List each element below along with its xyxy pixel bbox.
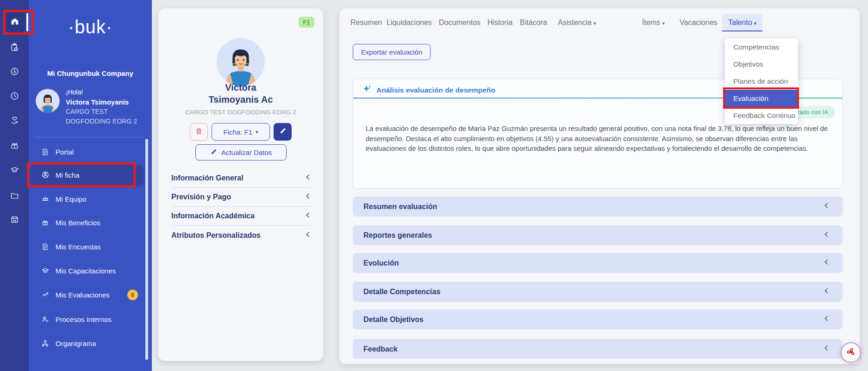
- menu-item-objetivos[interactable]: Objetivos: [725, 56, 798, 73]
- section-prevision-y-pago[interactable]: Previsión y Pago: [171, 188, 310, 207]
- sidebar-item-mis-evaluaciones[interactable]: Mis Evaluaciones 6: [31, 284, 144, 305]
- clock-icon: [10, 91, 19, 101]
- sidebar-item-label: Mi ficha: [56, 171, 80, 179]
- analysis-body-text: La evaluación de desempeño de María Paz …: [366, 124, 831, 154]
- section-informacion-academica[interactable]: Información Académica: [171, 207, 310, 226]
- sidebar-item-label: Organigrama: [56, 340, 96, 347]
- files-rail-button[interactable]: [0, 189, 29, 201]
- sidebar-item-mi-equipo[interactable]: Mi Equipo: [31, 189, 144, 209]
- sidebar-item-mis-beneficios[interactable]: Mis Beneficios: [31, 212, 144, 233]
- section-label: Previsión y Pago: [171, 193, 231, 201]
- gift-icon: [41, 218, 50, 227]
- main-panel: Resumen Liquidaciones Documentos Histori…: [339, 8, 860, 364]
- team-icon: [41, 195, 50, 204]
- employee-last-name: Tsimoyanis Ac: [158, 93, 323, 105]
- employee-position: CARGO TEST DOGFOODING EORG 2: [158, 109, 323, 116]
- accordion-label: Resumen evaluación: [363, 203, 437, 211]
- payroll-rail-button[interactable]: $: [0, 65, 29, 77]
- time-rail-button[interactable]: [0, 90, 29, 102]
- user-block: ¡Hola! Victora Tsimoyanis CARGO TEST DOG…: [66, 87, 148, 126]
- tab-items[interactable]: Ítems▾: [642, 15, 665, 31]
- chevron-left-icon: [824, 315, 829, 324]
- accordion-detalle-objetivos[interactable]: Detalle Objetivos: [353, 309, 843, 329]
- tab-resumen[interactable]: Resumen: [350, 15, 382, 31]
- section-label: Información General: [171, 174, 244, 182]
- export-evaluation-button[interactable]: Exportar evaluación: [353, 44, 431, 60]
- svg-text:$: $: [13, 69, 16, 74]
- trend-up-icon: [41, 291, 50, 299]
- chevron-left-icon: [824, 259, 829, 267]
- accordion-label: Reportes generales: [363, 231, 432, 240]
- home-nav-button[interactable]: [5, 12, 25, 32]
- tab-vacaciones[interactable]: Vacaciones: [680, 15, 718, 31]
- accordion-reportes-generales[interactable]: Reportes generales: [353, 225, 843, 245]
- delete-button[interactable]: [190, 123, 208, 141]
- tab-documentos[interactable]: Documentos: [439, 15, 481, 31]
- tab-talento[interactable]: Talento▾: [722, 14, 762, 31]
- sidebar: ·buk· Mi Chungunbuk Company ¡Hola! Victo…: [29, 0, 152, 371]
- chevron-left-icon: [824, 287, 829, 296]
- profile-card: F1 Victora Tsimoyanis Ac CARGO TEST DOGF…: [158, 8, 323, 361]
- sidebar-item-procesos-internos[interactable]: Procesos Internos: [31, 309, 144, 329]
- tab-historia[interactable]: Historia: [487, 15, 512, 31]
- accordion-detalle-competencias[interactable]: Detalle Competencias: [353, 282, 843, 302]
- graduation-cap-icon: [10, 165, 19, 175]
- perks-rail-button[interactable]: [0, 139, 29, 151]
- update-data-button[interactable]: Actualizar Datos: [195, 144, 287, 161]
- schedule-rail-button[interactable]: [0, 41, 29, 53]
- section-informacion-general[interactable]: Información General: [171, 169, 310, 188]
- sidebar-item-mis-capacitaciones[interactable]: Mis Capacitaciones: [31, 260, 144, 281]
- accordion-resumen-evaluacion[interactable]: Resumen evaluación: [353, 197, 843, 216]
- accordion-label: Evolución: [363, 259, 399, 267]
- pdf-export-floating-button[interactable]: [841, 342, 861, 363]
- training-rail-button[interactable]: [0, 164, 29, 176]
- sidebar-item-mi-ficha[interactable]: Mi ficha: [31, 165, 144, 185]
- graduation-cap-icon: [41, 266, 50, 275]
- accordion-label: Detalle Objetivos: [363, 315, 424, 324]
- sidebar-item-label: Mis Encuestas: [56, 243, 101, 251]
- analysis-title: Análisis evaluación de desempeño: [376, 86, 495, 94]
- tab-asistencia[interactable]: Asistencia▾: [558, 15, 596, 31]
- benefits-rail-button[interactable]: [0, 114, 29, 126]
- menu-item-evaluacion[interactable]: Evaluación: [725, 90, 798, 107]
- sidebar-item-portal[interactable]: Portal: [31, 142, 144, 162]
- dollar-circle-icon: $: [10, 67, 19, 76]
- tab-bitacora[interactable]: Bitácora: [520, 15, 547, 31]
- sidebar-item-organigrama[interactable]: Organigrama: [31, 333, 144, 353]
- accordion-evolucion[interactable]: Evolución: [353, 253, 843, 273]
- user-role: CARGO TEST DOGFOODING EORG 2: [66, 107, 145, 126]
- section-label: Información Académica: [171, 212, 255, 220]
- buk-logo: ·buk·: [29, 17, 152, 37]
- chevron-left-icon: [305, 193, 310, 201]
- section-atributos-personalizados[interactable]: Atributos Personalizados: [171, 226, 310, 245]
- trash-icon: [195, 127, 203, 137]
- sidebar-scrollbar[interactable]: [145, 139, 148, 360]
- sidebar-item-label: Mis Beneficios: [56, 219, 100, 227]
- menu-divider: [34, 137, 144, 137]
- clipboard-clock-icon: [10, 43, 19, 52]
- export-evaluation-label: Exportar evaluación: [361, 48, 423, 56]
- sidebar-item-mis-encuestas[interactable]: Mis Encuestas: [31, 236, 144, 257]
- ficha-selector-label: Ficha: F1: [223, 128, 252, 136]
- chevron-down-icon: ▾: [662, 20, 665, 26]
- accordion-label: Detalle Competencias: [363, 288, 440, 296]
- gift-icon: [10, 141, 19, 150]
- chevron-down-icon: ▾: [256, 129, 258, 135]
- pencil-icon: [210, 148, 217, 157]
- document-icon: [41, 148, 50, 156]
- tab-liquidaciones[interactable]: Liquidaciones: [387, 15, 432, 31]
- edit-button[interactable]: [274, 123, 292, 141]
- marketplace-rail-button[interactable]: [0, 213, 29, 225]
- menu-item-feedback-continuo[interactable]: Feedback Continuo: [725, 107, 798, 124]
- accordion-feedback[interactable]: Feedback: [353, 339, 843, 359]
- ficha-selector[interactable]: Ficha: F1 ▾: [212, 123, 270, 141]
- accordion-label: Feedback: [363, 345, 398, 353]
- sidebar-item-label: Procesos Internos: [56, 315, 112, 323]
- sidebar-item-label: Mi Equipo: [56, 195, 87, 203]
- org-chart-icon: [41, 339, 50, 348]
- chevron-left-icon: [305, 212, 310, 220]
- icon-rail: $: [0, 0, 29, 371]
- sidebar-item-label: Portal: [56, 148, 74, 156]
- menu-item-planes-de-accion[interactable]: Planes de acción: [725, 73, 798, 90]
- menu-item-competencias[interactable]: Competencias: [725, 38, 798, 56]
